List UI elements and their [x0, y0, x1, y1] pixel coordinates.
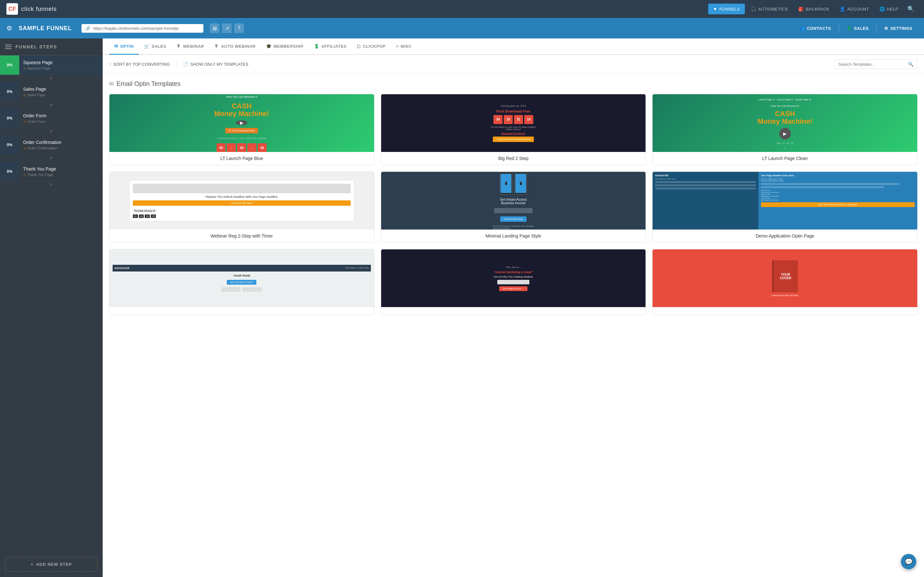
nav-backpack-label: BACKPACK	[806, 7, 829, 11]
nav-actionetics[interactable]: 🎧 ACTIONETICS	[746, 4, 792, 14]
step-separator-4: ▼	[0, 155, 103, 162]
webinar-mic-icon: 🎙	[176, 44, 181, 49]
logo[interactable]: CF click funnels	[6, 3, 57, 15]
preview-closing-text: Closing April 1st, 2015	[501, 105, 526, 107]
template-card-big-red[interactable]: Closing April 1st, 2015 First Download F…	[381, 94, 646, 165]
tab-misc[interactable]: ≡ MISC	[391, 39, 417, 55]
timer-00: 00	[216, 143, 226, 152]
preview-demo-nav-items: Site tagline / motto here	[655, 178, 756, 180]
template-preview-internet-dead: This Just In... "Internet Marketing is D…	[381, 250, 646, 307]
document-icon: 📄	[183, 61, 188, 67]
template-card-lt-launch-blue[interactable]: How You Can Become A CASHMoney Machine! …	[109, 94, 375, 165]
step-sales-page[interactable]: 0% Sales Page ⚠ Sales Page	[0, 82, 103, 102]
open-url-button[interactable]: ↗	[222, 23, 232, 33]
step-squeeze-page[interactable]: 0% Squeeze Page ⚠ Squeeze Page	[0, 55, 103, 75]
tab-webinar[interactable]: 🎙 WEBINAR	[171, 39, 209, 55]
funnel-settings-icon[interactable]: ⚙	[6, 24, 12, 32]
template-card-cover[interactable]: YOURCOVER Lorem ipsum dolor sit amet,	[652, 249, 918, 315]
step-thank-you[interactable]: 0% Thank You Page ⚠ Thank You Page	[0, 162, 103, 181]
step-order-confirmation[interactable]: 0% Order Confirmation ⚠ Order Confirmati…	[0, 135, 103, 155]
sort-by-button[interactable]: ↕ SORT BY TOP CONVERTING	[109, 61, 170, 67]
settings-button[interactable]: ⚙ SETTINGS	[879, 23, 918, 33]
misc-lines-icon: ≡	[396, 44, 399, 49]
toolbar-divider	[176, 61, 176, 67]
preview-nav-header: NAVIGATOR Site tagline / motto here	[113, 265, 371, 271]
template-preview-webinar: Replace This Default Headline With Your …	[110, 172, 374, 229]
template-search-input[interactable]	[838, 62, 905, 67]
tab-clickpop[interactable]: ◻ CLICKPOP	[352, 39, 391, 55]
preview-first-download: First Download Free	[496, 109, 530, 113]
step-squeeze-info: Squeeze Page ⚠ Squeeze Page	[19, 55, 103, 75]
url-link-icon: 🔗	[86, 26, 90, 31]
template-preview-cover: YOURCOVER Lorem ipsum dolor sit amet,	[653, 250, 917, 307]
main-layout: FUNNEL STEPS 0% Squeeze Page ⚠ Squeeze P…	[0, 39, 924, 577]
preview-dead-input	[497, 280, 529, 284]
tab-affiliates[interactable]: 💲 AFFILIATES	[309, 39, 352, 55]
nav-help[interactable]: 🌐 HELP	[875, 4, 903, 14]
preview-webinar-headline: Replace This Default Headline With Your …	[133, 195, 351, 198]
preview-webinar-timers: 31 04 09 25	[133, 214, 351, 218]
preview-demo-layout: NAVIGATOR Site tagline / motto here Your…	[653, 172, 917, 229]
content-area: ✉ OPTIN 🛒 SALES 🎙 WEBINAR 🎙 AUTO WEBINAR…	[103, 39, 924, 577]
template-card-navigator[interactable]: NAVIGATOR Site tagline / motto here YOUR…	[109, 249, 375, 315]
template-card-demo[interactable]: NAVIGATOR Site tagline / motto here Your…	[652, 171, 918, 243]
warning-icon-3: ⚠	[23, 120, 26, 123]
preview-demo-sidebar-title: NAVIGATOR	[655, 174, 756, 177]
template-card-minimal[interactable]: 📱 📱 Get Instant AccessBusiness Income	[381, 171, 646, 243]
template-search-box: 🔍	[834, 59, 918, 69]
preview-phones-row: 📱 📱	[499, 172, 527, 195]
copy-url-button[interactable]: ⊞	[210, 23, 220, 33]
tab-optin[interactable]: ✉ OPTIN	[109, 39, 139, 55]
template-preview-navigator: NAVIGATOR Site tagline / motto here YOUR…	[110, 250, 374, 307]
timer-14: 14	[524, 115, 533, 124]
preview-phone-screen-2: 📱	[515, 174, 526, 193]
template-preview-lt-clean: Launch Page #1 Launch Page #2 Launch Pag…	[653, 94, 917, 152]
preview-minimal-cta: Get Access Now	[500, 216, 527, 222]
header-divider-2	[876, 23, 877, 33]
contacts-button[interactable]: 👥 CONTACTS	[795, 23, 836, 33]
step-orderform-sub: ⚠ Order Form	[23, 119, 99, 123]
preview-stats: 318 17 : 34 : 42	[776, 142, 793, 144]
nav-backpack[interactable]: 🎒 BACKPACK	[794, 4, 834, 14]
hamburger-icon[interactable]	[5, 45, 11, 49]
help-url-button[interactable]: ?	[234, 23, 244, 33]
nav-funnels[interactable]: ▼ FUNNELS	[708, 3, 745, 15]
preview-wt-31: 31	[133, 214, 138, 218]
template-name-minimal: Minimal Landing Page Style	[381, 229, 646, 242]
tab-auto-webinar-label: AUTO WEBINAR	[221, 44, 256, 49]
timer-colon-2: :	[247, 143, 256, 152]
step-sales-name: Sales Page	[23, 87, 99, 92]
tab-optin-label: OPTIN	[120, 44, 134, 49]
nav-account[interactable]: 👤 ACCOUNT	[835, 4, 873, 14]
preview-wt-09: 09	[145, 214, 150, 218]
tab-clickpop-label: CLICKPOP	[363, 44, 386, 49]
template-name-internet-dead	[381, 307, 646, 315]
auto-webinar-mic-icon: 🎙	[214, 44, 219, 49]
add-step-button[interactable]: + ADD NEW STEP	[5, 557, 97, 572]
preview-webinar-banner	[133, 184, 351, 193]
tab-auto-webinar[interactable]: 🎙 AUTO WEBINAR	[209, 39, 261, 55]
search-submit-icon[interactable]: 🔍	[908, 61, 913, 67]
nav-items: ▼ FUNNELS 🎧 ACTIONETICS 🎒 BACKPACK 👤 ACC…	[708, 3, 918, 15]
preview-phone-2: 📱	[514, 172, 527, 195]
template-name-lt-clean: LT Launch Page Clean	[653, 152, 917, 165]
tab-membership[interactable]: 🎓 MEMBERSHIP	[261, 39, 309, 55]
sales-button[interactable]: 💲 SALES	[842, 23, 874, 33]
template-preview-lt-launch-blue: How You Can Become A CASHMoney Machine! …	[110, 94, 374, 152]
preview-minimal-content: 📱 📱 Get Instant AccessBusiness Income	[489, 172, 537, 229]
show-my-templates-button[interactable]: 📄 SHOW ONLY MY TEMPLATES	[183, 61, 248, 67]
preview-demo-sidebar: NAVIGATOR Site tagline / motto here	[653, 172, 758, 229]
template-card-internet-dead[interactable]: This Just In... "Internet Marketing is D…	[381, 249, 646, 315]
template-card-webinar-reg[interactable]: Replace This Default Headline With Your …	[109, 171, 375, 243]
preview-demo-bar-3	[655, 187, 756, 189]
template-card-lt-clean[interactable]: Launch Page #1 Launch Page #2 Launch Pag…	[652, 94, 918, 165]
membership-grad-icon: 🎓	[266, 44, 272, 49]
step-squeeze-percent: 0%	[0, 55, 19, 75]
tab-sales[interactable]: 🛒 SALES	[139, 39, 171, 55]
chat-bubble-button[interactable]: 💬	[901, 554, 916, 569]
preview-cover-content: YOURCOVER Lorem ipsum dolor sit amet,	[768, 250, 802, 307]
nav-search-button[interactable]: 🔍	[904, 3, 918, 15]
step-order-form[interactable]: 0% Order Form ⚠ Order Form	[0, 109, 103, 128]
preview-nav-headline: YOUR PAGE	[233, 274, 250, 277]
step-sales-info: Sales Page ⚠ Sales Page	[19, 82, 103, 101]
